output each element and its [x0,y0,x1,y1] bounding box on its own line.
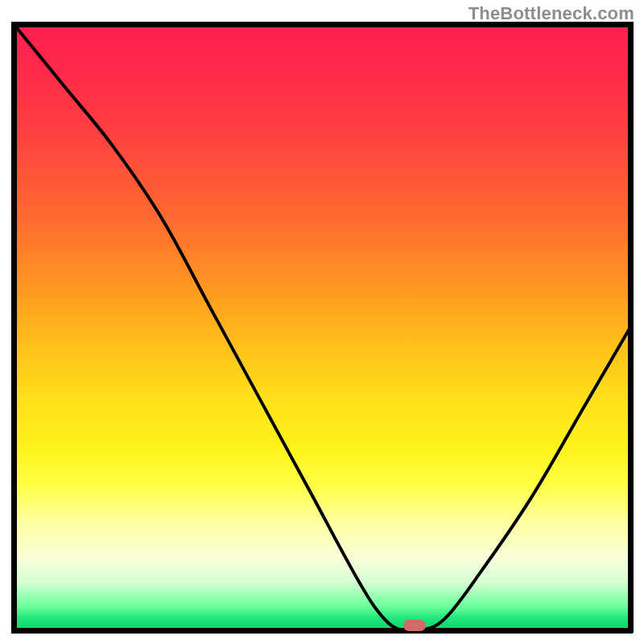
chart-frame: TheBottleneck.com [0,0,644,644]
bottleneck-curve [0,0,644,644]
optimum-marker-icon [403,620,426,631]
